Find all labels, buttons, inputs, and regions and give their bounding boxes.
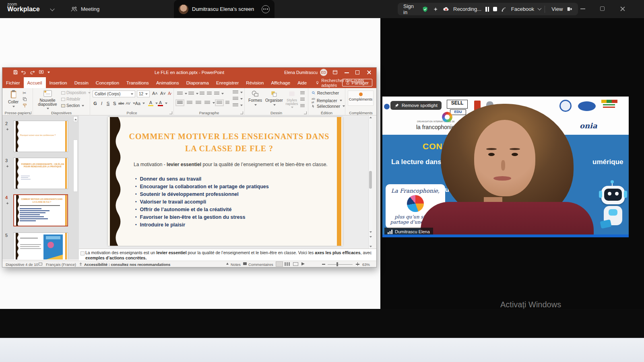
select-button[interactable]: Sélectionner <box>312 104 345 109</box>
editor-scrollbar[interactable] <box>368 115 372 249</box>
account-name[interactable]: Elena Dumitrascu <box>284 70 318 75</box>
increase-indent-icon[interactable] <box>207 92 212 95</box>
smartart-icon[interactable] <box>233 103 238 107</box>
slideshow-view-button[interactable] <box>301 262 305 265</box>
change-case-button[interactable]: Aa <box>135 101 140 106</box>
zoom-level[interactable]: 63% <box>362 262 370 267</box>
stop-recording-button[interactable] <box>493 7 497 11</box>
section-button[interactable]: Section <box>61 103 84 108</box>
tab-aide[interactable]: Aide <box>294 78 310 87</box>
zoom-out-button[interactable] <box>322 264 325 265</box>
font-size-select[interactable]: 12 <box>137 90 150 97</box>
reading-view-button[interactable] <box>293 262 298 266</box>
maximize-window-button[interactable] <box>600 6 605 11</box>
pause-recording-button[interactable] <box>485 7 489 12</box>
slide-thumbnail-4-selected[interactable]: COMMENT MOTIVER LES ENSEIGNANTS DANS LA … <box>13 194 68 226</box>
theme-icon[interactable] <box>39 263 42 265</box>
replace-button[interactable]: ab⇄Remplacer <box>312 97 342 104</box>
find-button[interactable]: Rechercher <box>312 90 339 95</box>
tab-options-icon[interactable] <box>262 5 270 13</box>
slide-thumbnail-2[interactable]: Pourquoi suivez-vous les conférences ? <box>13 121 68 152</box>
minimize-icon[interactable] <box>345 72 349 73</box>
copy-icon[interactable] <box>23 97 27 101</box>
char-spacing-button[interactable]: AV <box>126 101 131 105</box>
share-button[interactable]: Partager <box>342 79 372 86</box>
normal-view-button[interactable] <box>276 261 283 267</box>
underline-button[interactable]: S <box>105 101 111 106</box>
tab-transitions[interactable]: Transitions <box>123 78 153 87</box>
shape-effects-icon[interactable] <box>300 104 305 108</box>
comments-icon[interactable] <box>243 262 247 265</box>
addins-button[interactable]: Compléments <box>348 90 374 106</box>
tab-diaporama[interactable]: Diaporama <box>183 78 213 87</box>
shapes-button[interactable]: Formes <box>248 90 262 107</box>
tab-dessin[interactable]: Dessin <box>71 78 92 87</box>
tab-meeting[interactable]: Meeting <box>70 0 99 18</box>
shape-fill-icon[interactable] <box>300 91 305 95</box>
tab-revision[interactable]: Révision <box>242 78 267 87</box>
zoom-slider-thumb[interactable] <box>336 262 338 266</box>
shape-outline-icon[interactable] <box>300 98 305 101</box>
format-painter-icon[interactable] <box>23 103 27 108</box>
paste-button[interactable]: Coller <box>7 90 19 109</box>
previous-slide-button[interactable] <box>369 231 372 233</box>
tab-fichier[interactable]: Fichier <box>2 78 24 87</box>
facebook-live-label[interactable]: Facebook <box>511 6 534 12</box>
chevron-down-icon[interactable] <box>537 6 541 10</box>
remove-spotlight-button[interactable]: Remove spotlight <box>390 101 442 110</box>
tab-accueil[interactable]: Accueil <box>24 77 46 88</box>
notes-pane[interactable]: La motivation des enseignants est un lev… <box>79 249 376 261</box>
align-center-icon[interactable] <box>187 101 192 105</box>
tab-enregistrer[interactable]: Enregistrer <box>213 78 242 87</box>
sign-in-button[interactable]: Sign in <box>403 3 418 15</box>
columns-icon[interactable] <box>217 101 222 105</box>
text-direction-icon[interactable] <box>225 101 229 105</box>
slide-thumbnail-3[interactable]: FORMER LES ENSEIGNANTS : UN ÉLAN POUR RE… <box>13 158 68 189</box>
close-icon[interactable] <box>367 70 372 75</box>
text-orientation-icon[interactable] <box>233 90 238 94</box>
thumbnail-scrollbar[interactable] <box>73 140 78 192</box>
dialog-launcher-icon[interactable] <box>304 111 307 114</box>
scrollbar-thumb[interactable] <box>369 171 372 189</box>
clear-format-button[interactable]: A̷ <box>168 91 171 96</box>
tab-shared-screen[interactable]: Dumitrascu Elena's screen <box>174 0 275 18</box>
thumbnail-scroll-up[interactable] <box>73 116 78 122</box>
view-button[interactable]: View <box>551 6 563 12</box>
line-spacing-icon[interactable] <box>214 92 219 95</box>
security-shield-icon[interactable] <box>422 6 428 13</box>
next-slide-button[interactable] <box>369 236 372 238</box>
layout-button[interactable]: Disposition <box>61 90 91 95</box>
accessibility-status[interactable]: Accessibilité : consultez nos recommanda… <box>84 262 170 267</box>
align-right-icon[interactable] <box>196 101 201 105</box>
align-text-icon[interactable] <box>233 97 238 101</box>
reset-button[interactable]: Rétablir <box>61 97 80 101</box>
highlight-button[interactable]: A <box>148 100 153 106</box>
tab-affichage[interactable]: Affichage <box>267 78 294 87</box>
cut-icon[interactable]: ✂ <box>23 90 26 96</box>
strikethrough-button[interactable]: abc <box>118 101 124 105</box>
italic-button[interactable]: I <box>99 101 104 106</box>
dialog-launcher-icon[interactable] <box>169 111 172 114</box>
tab-conception[interactable]: Conception <box>92 78 123 87</box>
notes-toggle[interactable]: Notes <box>231 262 241 267</box>
shadow-button[interactable]: S <box>112 101 117 106</box>
decrease-indent-icon[interactable] <box>200 92 204 95</box>
tab-insertion[interactable]: Insertion <box>46 78 71 87</box>
notes-collapse-icon[interactable] <box>80 251 85 255</box>
comments-toggle[interactable]: Commentaires <box>248 262 273 267</box>
close-window-button[interactable] <box>620 6 625 12</box>
bold-button[interactable]: G <box>93 101 98 106</box>
maximize-icon[interactable] <box>355 70 359 74</box>
ai-sparkle-icon[interactable] <box>433 6 439 12</box>
dialog-launcher-icon[interactable] <box>29 111 31 114</box>
zoom-slider-track[interactable] <box>328 264 353 265</box>
grow-font-button[interactable]: A˄ <box>152 91 158 96</box>
arrange-button[interactable]: Organiser <box>265 90 283 107</box>
tab-animations[interactable]: Animations <box>153 78 183 87</box>
spotlight-video-tile[interactable]: 100 SELL EDU ORGANISATION INTERNATIONALE… <box>382 97 629 237</box>
account-badge[interactable]: ED <box>320 69 327 76</box>
dialog-launcher-icon[interactable] <box>240 111 243 114</box>
notes-toggle-icon[interactable] <box>226 263 229 265</box>
slide-thumbnail-5[interactable] <box>13 232 68 259</box>
font-name-select[interactable]: Calibri (Corps) <box>93 90 135 97</box>
